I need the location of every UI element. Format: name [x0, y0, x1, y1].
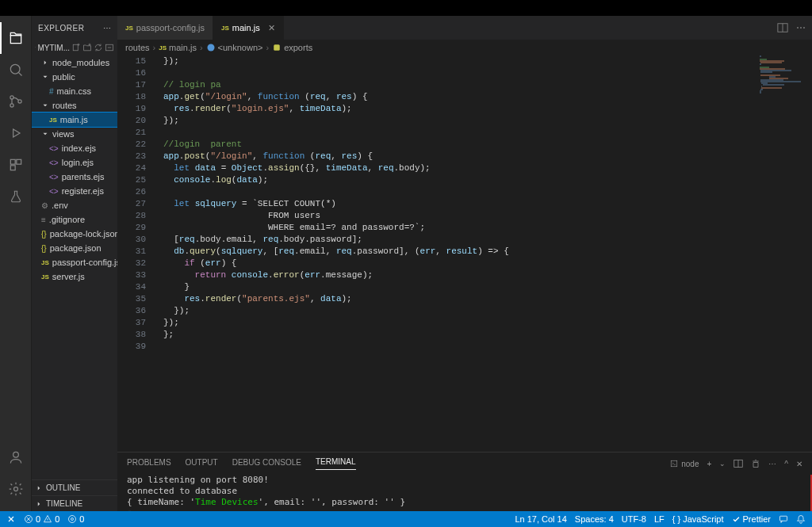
- panel-maximize-icon[interactable]: ^: [784, 460, 788, 468]
- port-forward[interactable]: 0: [67, 514, 84, 524]
- crumb-exports[interactable]: exports: [284, 43, 312, 52]
- svg-point-9: [13, 452, 18, 457]
- explorer-icon[interactable]: [0, 22, 32, 54]
- svg-point-24: [71, 518, 74, 521]
- tree-item-views[interactable]: views: [32, 127, 117, 141]
- svg-rect-11: [73, 44, 78, 51]
- remote-indicator[interactable]: [6, 514, 16, 524]
- editor-tabs: JSpassport-config.jsJSmain.js✕ ⋯: [117, 16, 812, 40]
- svg-marker-5: [13, 129, 19, 137]
- code-editor[interactable]: 1516171819202122232425262728293031323334…: [117, 55, 812, 452]
- errors-warnings[interactable]: 0 0: [24, 514, 59, 524]
- tab-main-js[interactable]: JSmain.js✕: [213, 16, 284, 40]
- debug-icon[interactable]: [0, 117, 32, 149]
- timeline-label: TIMELINE: [46, 499, 82, 508]
- svg-point-2: [10, 96, 13, 99]
- tree-item-login-ejs[interactable]: <>login.ejs: [32, 155, 117, 170]
- svg-rect-6: [10, 159, 15, 164]
- indentation[interactable]: Spaces: 4: [575, 514, 614, 524]
- source-control-icon[interactable]: [0, 86, 32, 117]
- refresh-icon[interactable]: [94, 43, 103, 52]
- formatter[interactable]: Prettier: [732, 514, 771, 524]
- activity-bar: [0, 16, 32, 511]
- explorer-title: EXPLORER: [38, 24, 84, 32]
- terminal-dropdown-icon[interactable]: ⌄: [719, 460, 726, 468]
- tree-item-routes[interactable]: routes: [32, 98, 117, 113]
- tree-item-passport-config-js[interactable]: JSpassport-config.js: [32, 255, 117, 269]
- extensions-icon[interactable]: [0, 149, 32, 181]
- svg-rect-7: [16, 159, 21, 164]
- new-file-icon[interactable]: [71, 43, 81, 52]
- panel-tab-output[interactable]: OUTPUT: [186, 458, 218, 470]
- terminal-type[interactable]: node: [670, 460, 699, 468]
- tree-item--gitignore[interactable]: ≡.gitignore: [32, 212, 117, 227]
- svg-line-1: [18, 72, 21, 75]
- file-tree: node_modulespublic#main.cssroutesJSmain.…: [32, 55, 117, 284]
- timeline-section[interactable]: TIMELINE: [32, 495, 117, 511]
- panel-close-icon[interactable]: ✕: [796, 460, 802, 468]
- svg-rect-26: [780, 516, 787, 521]
- tab-more-icon[interactable]: ⋯: [796, 22, 806, 33]
- new-folder-icon[interactable]: [82, 43, 92, 52]
- status-bar: 0 0 0 Ln 17, Col 14 Spaces: 4 UTF-8 LF {…: [0, 511, 812, 527]
- split-editor-icon[interactable]: [777, 22, 788, 33]
- svg-point-10: [13, 487, 17, 491]
- split-terminal-icon[interactable]: [733, 459, 743, 468]
- collapse-icon[interactable]: [105, 43, 114, 52]
- cursor-position[interactable]: Ln 17, Col 14: [515, 514, 566, 524]
- line-numbers: 1516171819202122232425262728293031323334…: [117, 55, 157, 452]
- breadcrumb[interactable]: routes › JS main.js › <unknown> › export…: [117, 40, 812, 55]
- new-terminal-icon[interactable]: +: [707, 460, 711, 468]
- crumb-file[interactable]: main.js: [169, 43, 197, 52]
- svg-point-25: [69, 516, 76, 523]
- tree-item-main-js[interactable]: JSmain.js: [32, 113, 117, 127]
- search-icon[interactable]: [0, 54, 32, 86]
- settings-gear-icon[interactable]: [0, 473, 32, 505]
- workspace-name: MYTIM...: [37, 44, 70, 52]
- language-mode[interactable]: { } JavaScript: [672, 514, 724, 524]
- svg-rect-16: [274, 44, 280, 51]
- tree-item-package-json[interactable]: {}package.json: [32, 241, 117, 255]
- crumb-routes[interactable]: routes: [125, 43, 150, 52]
- tree-item-server-js[interactable]: JSserver.js: [32, 269, 117, 284]
- svg-rect-8: [10, 166, 15, 170]
- svg-point-15: [207, 44, 214, 52]
- workspace-header[interactable]: MYTIM...: [32, 40, 117, 55]
- eol[interactable]: LF: [654, 514, 665, 524]
- panel-tab-problems[interactable]: PROBLEMS: [127, 458, 171, 470]
- explorer-sidebar: EXPLORER ⋯ MYTIM... node_modulespublic#m…: [32, 16, 117, 511]
- account-icon[interactable]: [0, 441, 32, 473]
- tree-item-index-ejs[interactable]: <>index.ejs: [32, 141, 117, 155]
- svg-rect-17: [671, 460, 677, 467]
- tree-item-node_modules[interactable]: node_modules: [32, 55, 117, 70]
- tree-item-parents-ejs[interactable]: <>parents.ejs: [32, 170, 117, 184]
- title-bar: [0, 0, 812, 16]
- more-icon[interactable]: ⋯: [103, 24, 112, 32]
- svg-point-0: [10, 64, 20, 74]
- tree-item-package-lock-json[interactable]: {}package-lock.json: [32, 227, 117, 241]
- notifications-icon[interactable]: [796, 514, 806, 524]
- outline-section[interactable]: OUTLINE: [32, 479, 117, 495]
- crumb-unknown[interactable]: <unknown>: [218, 43, 263, 52]
- feedback-icon[interactable]: [779, 514, 788, 524]
- svg-point-4: [17, 100, 21, 103]
- tree-item-public[interactable]: public: [32, 70, 117, 84]
- tree-item-main-css[interactable]: #main.css: [32, 84, 117, 98]
- outline-label: OUTLINE: [46, 483, 80, 492]
- panel-tab-debug[interactable]: DEBUG CONSOLE: [232, 458, 301, 470]
- minimap[interactable]: [756, 55, 812, 452]
- tree-item-register-ejs[interactable]: <>register.ejs: [32, 184, 117, 198]
- encoding[interactable]: UTF-8: [622, 514, 646, 524]
- panel-tab-terminal[interactable]: TERMINAL: [316, 457, 356, 470]
- tab-passport-config-js[interactable]: JSpassport-config.js: [117, 16, 213, 40]
- kill-terminal-icon[interactable]: [751, 459, 760, 468]
- terminal-output[interactable]: app listening on port 8080!connected to …: [117, 475, 812, 511]
- flask-icon[interactable]: [0, 181, 32, 212]
- tree-item--env[interactable]: ⚙.env: [32, 198, 117, 212]
- svg-point-3: [10, 104, 13, 107]
- panel-more-icon[interactable]: ⋯: [768, 460, 776, 468]
- bottom-panel: PROBLEMS OUTPUT DEBUG CONSOLE TERMINAL n…: [117, 452, 812, 511]
- code-content[interactable]: }); // login paapp.get("/login", functio…: [157, 55, 756, 452]
- close-icon[interactable]: ✕: [268, 23, 275, 33]
